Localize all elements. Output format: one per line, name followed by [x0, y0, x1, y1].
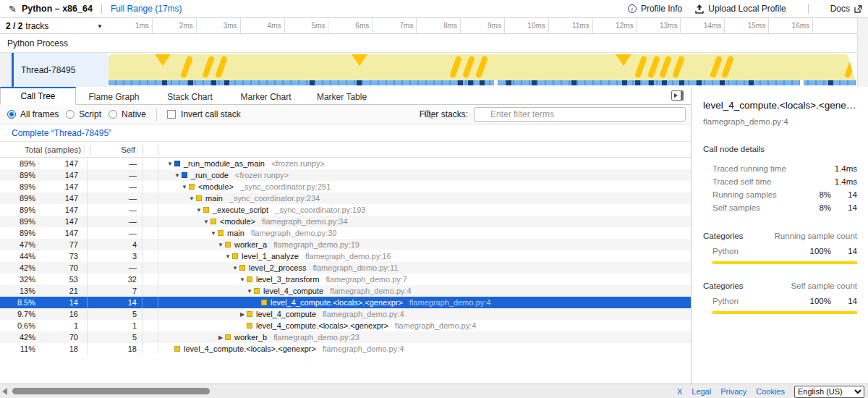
- twisty-expanded-icon[interactable]: ▼: [180, 184, 189, 190]
- edit-profile-name-icon[interactable]: ✎: [9, 4, 17, 14]
- tab-call-tree[interactable]: Call Tree: [0, 87, 76, 105]
- tab-stack-chart[interactable]: Stack Chart: [152, 87, 228, 105]
- tab-marker-chart[interactable]: Marker Chart: [228, 87, 304, 105]
- call-tree-row[interactable]: 32%5332▼level_3_transformflamegraph_demo…: [0, 274, 691, 285]
- footer-links: X LegalPrivacyCookies English (US): [677, 384, 864, 398]
- process-track-header[interactable]: Python Process: [0, 34, 857, 53]
- ruler-tick: 10ms: [505, 18, 549, 34]
- twisty-expanded-icon[interactable]: ▼: [202, 219, 210, 225]
- footer-link-cookies[interactable]: Cookies: [756, 387, 785, 396]
- function-name: main: [205, 194, 223, 203]
- twisty-expanded-icon[interactable]: ▼: [224, 253, 232, 260]
- twisty-expanded-icon[interactable]: ▼: [231, 265, 239, 271]
- full-range-button[interactable]: Full Range (17ms): [111, 4, 182, 14]
- twisty-expanded-icon[interactable]: ▼: [209, 230, 218, 237]
- call-tree-row[interactable]: 89%147—▼_run_module_as_main<frozen runpy…: [0, 158, 691, 169]
- category-square-icon: [254, 288, 260, 294]
- source-location: flamegraph_demo.py:11: [313, 263, 399, 272]
- call-tree-row[interactable]: 89%147—▼_execute_script_sync_coordinator…: [0, 204, 691, 216]
- tracks-word: tracks: [25, 21, 48, 31]
- twisty-expanded-icon[interactable]: ▼: [166, 161, 174, 167]
- radio-label[interactable]: Native: [122, 109, 146, 119]
- tracks-dropdown-button[interactable]: 2 / 2 tracks ▼: [0, 18, 109, 34]
- radio-all-frames[interactable]: [7, 110, 16, 119]
- call-tree-row[interactable]: 89%147—▼<module>flamegraph_demo.py:34: [0, 216, 691, 227]
- call-tree-row[interactable]: 0.6%11level_4_compute.<locals>.<genexpr>…: [0, 320, 691, 331]
- timeline-scrollbar-gutter[interactable]: [857, 18, 868, 87]
- row-total-percent: 89%: [0, 182, 38, 191]
- sidebar-toggle-icon[interactable]: [671, 90, 684, 101]
- sample-mark: [224, 80, 229, 85]
- column-self[interactable]: Self: [90, 145, 137, 154]
- detail-label: Running samples: [703, 190, 802, 199]
- call-tree-row[interactable]: 9.7%165▶level_4_computeflamegraph_demo.p…: [0, 308, 691, 320]
- row-cell: [142, 331, 158, 343]
- timeline-ruler-row: 2 / 2 tracks ▼ 1ms2ms3ms4ms5ms6ms7ms8ms9…: [0, 18, 868, 34]
- twisty-collapsed-icon[interactable]: ▶: [216, 334, 225, 341]
- scroll-left-arrow-icon[interactable]: [2, 388, 7, 395]
- row-tree-cell: ▼main_sync_coordinator.py:234: [158, 194, 691, 203]
- language-select[interactable]: English (US): [794, 386, 864, 398]
- filter-stacks-input[interactable]: [474, 107, 686, 122]
- thread-label[interactable]: Thread-78495: [14, 53, 109, 87]
- footer-link-legal[interactable]: Legal: [692, 387, 711, 396]
- chevron-down-icon: ▼: [97, 23, 103, 30]
- call-tree-row[interactable]: 11%1818level_4_compute.<locals>.<genexpr…: [0, 343, 691, 355]
- source-location: flamegraph_demo.py:30: [251, 229, 337, 237]
- twisty-expanded-icon[interactable]: ▼: [216, 242, 225, 248]
- row-cell: [142, 320, 158, 331]
- sample-mark: [532, 80, 537, 85]
- call-tree-row[interactable]: 8.5%1414level_4_compute.<locals>.<genexp…: [0, 297, 691, 308]
- twisty-expanded-icon[interactable]: ▼: [173, 172, 182, 179]
- row-cell: [142, 274, 158, 285]
- upload-profile-button[interactable]: Upload Local Profile: [695, 4, 786, 14]
- category-square-icon: [232, 253, 238, 259]
- radio-native[interactable]: [109, 110, 117, 119]
- radio-script[interactable]: [66, 110, 75, 119]
- breadcrumb-complete-thread[interactable]: Complete “Thread-78495”: [12, 128, 111, 138]
- twisty-collapsed-icon[interactable]: ▶: [238, 311, 247, 318]
- footer-close-button[interactable]: X: [677, 387, 682, 396]
- call-tree-row[interactable]: 89%147—▼<module>_sync_coordinator.py:251: [0, 181, 691, 192]
- ruler-tick: 13ms: [637, 18, 681, 34]
- call-tree-row[interactable]: 13%217▼level_4_computeflamegraph_demo.py…: [0, 285, 691, 297]
- search-icon: [423, 109, 433, 119]
- sample-mark: [649, 80, 654, 85]
- upload-label: Upload Local Profile: [708, 4, 786, 14]
- twisty-expanded-icon[interactable]: ▼: [238, 276, 247, 283]
- call-tree-row[interactable]: 89%147—▼main_sync_coordinator.py:234: [0, 192, 691, 204]
- tab-marker-table[interactable]: Marker Table: [304, 87, 380, 105]
- call-tree-header: Total (samples) Self: [0, 142, 691, 158]
- call-tree-row[interactable]: 42%705▶worker_bflamegraph_demo.py:23: [0, 331, 691, 343]
- row-cell: [142, 308, 158, 320]
- radio-label[interactable]: All frames: [20, 109, 59, 119]
- gc-marker-icon: [634, 56, 647, 79]
- row-total-samples: 147: [38, 194, 81, 203]
- call-tree-row[interactable]: 89%147—▼_run_code<frozen runpy>: [0, 169, 691, 181]
- function-name: level_4_compute.<locals>.<genexpr>: [271, 298, 403, 307]
- thread-activity-canvas[interactable]: [109, 53, 856, 87]
- detail-value: 1.4ms: [831, 164, 857, 173]
- row-tree-cell: ▼_run_module_as_main<frozen runpy>: [158, 159, 691, 168]
- twisty-expanded-icon[interactable]: ▼: [245, 288, 254, 295]
- horizontal-scrollbar-thumb[interactable]: [12, 388, 210, 394]
- docs-button[interactable]: Docs: [830, 4, 862, 14]
- row-total-samples: 147: [38, 159, 81, 168]
- row-self-samples: —: [88, 263, 138, 272]
- tab-flame-graph[interactable]: Flame Graph: [76, 87, 152, 105]
- radio-label[interactable]: Script: [79, 109, 101, 119]
- footer-link-privacy[interactable]: Privacy: [720, 387, 746, 396]
- twisty-expanded-icon[interactable]: ▼: [195, 207, 203, 213]
- external-link-icon: [854, 5, 862, 13]
- twisty-expanded-icon[interactable]: ▼: [187, 195, 196, 202]
- column-total-samples[interactable]: Total (samples): [0, 145, 84, 154]
- call-tree-row[interactable]: 89%147—▼mainflamegraph_demo.py:30: [0, 227, 691, 239]
- source-location: flamegraph_demo.py:4: [323, 310, 404, 318]
- ruler-tick: 1ms: [109, 18, 153, 34]
- call-tree-row[interactable]: 47%774▼worker_aflamegraph_demo.py:19: [0, 239, 691, 250]
- call-tree-row[interactable]: 44%733▼level_1_analyzeflamegraph_demo.py…: [0, 250, 691, 262]
- call-tree-row[interactable]: 42%70—▼level_2_processflamegraph_demo.py…: [0, 262, 691, 274]
- profile-info-button[interactable]: i Profile Info: [628, 4, 682, 14]
- invert-call-stack-checkbox[interactable]: [167, 110, 176, 119]
- row-total-samples: 147: [38, 171, 81, 179]
